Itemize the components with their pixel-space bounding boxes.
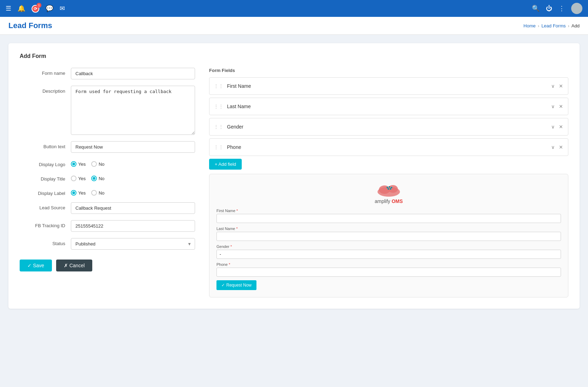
breadcrumb-sep1: › bbox=[538, 23, 539, 28]
display-label-yes[interactable]: Yes bbox=[71, 190, 86, 196]
form-fields-title: Form Fields bbox=[209, 68, 568, 73]
remove-field-last-name[interactable]: ✕ bbox=[558, 103, 564, 110]
field-actions-first-name: ∨ ✕ bbox=[550, 83, 564, 90]
svg-rect-3 bbox=[387, 187, 388, 188]
field-item-phone: ⋮⋮ Phone ∨ ✕ bbox=[209, 138, 568, 156]
top-navigation: ☰ 🔔 ⟳ 1 💬 ✉ 🔍 ⏻ ⋮ bbox=[0, 0, 588, 17]
remove-field-gender[interactable]: ✕ bbox=[558, 123, 564, 130]
display-title-radio-group: Yes No bbox=[71, 173, 105, 181]
expand-field-gender[interactable]: ∨ bbox=[550, 123, 555, 130]
badge-count: 1 bbox=[36, 3, 41, 8]
preview-submit-checkmark: ✓ bbox=[221, 283, 225, 288]
fb-tracking-input[interactable] bbox=[71, 220, 195, 232]
more-icon[interactable]: ⋮ bbox=[559, 5, 565, 12]
preview-phone-input[interactable] bbox=[216, 268, 561, 277]
display-label-yes-circle bbox=[71, 190, 76, 196]
add-field-button[interactable]: + Add field bbox=[209, 159, 242, 170]
display-title-label: Display Title bbox=[20, 173, 65, 182]
display-title-row: Display Title Yes No bbox=[20, 173, 195, 182]
preview-gender-label: Gender * bbox=[216, 244, 561, 249]
drag-handle-icon[interactable]: ⋮⋮ bbox=[214, 104, 223, 109]
field-name-first-name: First Name bbox=[227, 83, 547, 89]
breadcrumb-home[interactable]: Home bbox=[523, 23, 536, 28]
breadcrumb-sep2: › bbox=[568, 23, 569, 28]
notification-icon[interactable]: ⟳ 1 bbox=[32, 5, 39, 13]
display-logo-yes[interactable]: Yes bbox=[71, 161, 86, 167]
svg-rect-5 bbox=[391, 187, 392, 188]
breadcrumb-lead-forms[interactable]: Lead Forms bbox=[541, 23, 566, 28]
preview-first-name-input[interactable] bbox=[216, 214, 561, 223]
display-label-row: Display Label Yes No bbox=[20, 188, 195, 196]
avatar[interactable] bbox=[571, 3, 582, 14]
button-text-input[interactable] bbox=[71, 141, 195, 153]
description-row: Description Form used for requesting a c… bbox=[20, 86, 195, 135]
chat-icon[interactable]: 💬 bbox=[46, 5, 53, 12]
display-title-yes-circle bbox=[71, 176, 76, 181]
display-logo-radio-group: Yes No bbox=[71, 159, 105, 167]
preview-logo: amplify OMS bbox=[216, 181, 561, 204]
form-right: Form Fields ⋮⋮ First Name ∨ ✕ ⋮⋮ Last Na… bbox=[209, 68, 568, 297]
field-actions-phone: ∨ ✕ bbox=[550, 144, 564, 151]
description-label: Description bbox=[20, 86, 65, 94]
status-label: Status bbox=[20, 238, 65, 246]
display-title-yes[interactable]: Yes bbox=[71, 176, 86, 181]
power-icon[interactable]: ⏻ bbox=[546, 5, 552, 12]
field-name-last-name: Last Name bbox=[227, 104, 547, 109]
form-name-input[interactable] bbox=[71, 68, 195, 79]
preview-phone-label: Phone * bbox=[216, 262, 561, 267]
field-actions-gender: ∨ ✕ bbox=[550, 123, 564, 130]
card-title: Add Form bbox=[20, 53, 568, 59]
preview-gender-select[interactable]: - Male Female bbox=[216, 250, 561, 259]
page-header: Lead Forms Home › Lead Forms › Add bbox=[0, 17, 588, 35]
preview-submit-button[interactable]: ✓ Request Now bbox=[216, 280, 256, 290]
fb-tracking-row: FB Tracking ID bbox=[20, 220, 195, 232]
status-row: Status Published Draft Inactive ▼ bbox=[20, 238, 195, 250]
preview-phone-group: Phone * bbox=[216, 262, 561, 277]
display-title-no-circle bbox=[91, 176, 97, 181]
field-actions-last-name: ∨ ✕ bbox=[550, 103, 564, 110]
display-label-no[interactable]: No bbox=[91, 190, 105, 196]
preview-first-name-group: First Name * bbox=[216, 209, 561, 223]
drag-handle-icon[interactable]: ⋮⋮ bbox=[214, 83, 223, 89]
display-label-no-circle bbox=[91, 190, 97, 196]
display-logo-no[interactable]: No bbox=[91, 161, 105, 167]
form-preview-card: amplify OMS First Name * Last Name bbox=[209, 174, 568, 297]
remove-field-first-name[interactable]: ✕ bbox=[558, 83, 564, 90]
preview-gender-group: Gender * - Male Female bbox=[216, 244, 561, 259]
preview-last-name-group: Last Name * bbox=[216, 227, 561, 241]
bell-icon[interactable]: 🔔 bbox=[18, 5, 25, 12]
mail-icon[interactable]: ✉ bbox=[60, 5, 65, 12]
lead-source-input[interactable] bbox=[71, 202, 195, 214]
cancel-button[interactable]: ✗ Cancel bbox=[56, 260, 92, 271]
form-name-row: Form name bbox=[20, 68, 195, 79]
drag-handle-icon[interactable]: ⋮⋮ bbox=[214, 144, 223, 150]
remove-field-phone[interactable]: ✕ bbox=[558, 144, 564, 151]
svg-rect-4 bbox=[389, 186, 390, 188]
status-select[interactable]: Published Draft Inactive bbox=[71, 238, 195, 250]
preview-last-name-input[interactable] bbox=[216, 232, 561, 241]
expand-field-last-name[interactable]: ∨ bbox=[550, 103, 555, 110]
expand-field-phone[interactable]: ∨ bbox=[550, 144, 555, 151]
amplify-brand-text: amplify OMS bbox=[375, 198, 403, 204]
save-button[interactable]: ✓ Save bbox=[20, 260, 52, 271]
form-layout: Form name Description Form used for requ… bbox=[20, 68, 568, 297]
description-input[interactable]: Form used for requesting a callback bbox=[71, 86, 195, 135]
page-title: Lead Forms bbox=[8, 21, 52, 30]
drag-handle-icon[interactable]: ⋮⋮ bbox=[214, 124, 223, 130]
display-title-no[interactable]: No bbox=[91, 176, 105, 181]
main-content: Add Form Form name Description Form used… bbox=[0, 35, 588, 317]
field-item-first-name: ⋮⋮ First Name ∨ ✕ bbox=[209, 77, 568, 95]
search-icon[interactable]: 🔍 bbox=[532, 5, 540, 12]
field-name-gender: Gender bbox=[227, 124, 547, 130]
lead-source-label: Lead Source bbox=[20, 202, 65, 210]
status-select-wrap: Published Draft Inactive ▼ bbox=[71, 238, 195, 250]
expand-field-first-name[interactable]: ∨ bbox=[550, 83, 555, 90]
breadcrumb: Home › Lead Forms › Add bbox=[523, 23, 580, 28]
display-logo-yes-circle bbox=[71, 161, 76, 167]
button-text-row: Button text bbox=[20, 141, 195, 153]
field-items-container: ⋮⋮ First Name ∨ ✕ ⋮⋮ Last Name ∨ ✕ bbox=[209, 77, 568, 156]
button-text-label: Button text bbox=[20, 141, 65, 149]
form-name-label: Form name bbox=[20, 68, 65, 76]
display-label-label: Display Label bbox=[20, 188, 65, 196]
menu-icon[interactable]: ☰ bbox=[6, 5, 11, 12]
